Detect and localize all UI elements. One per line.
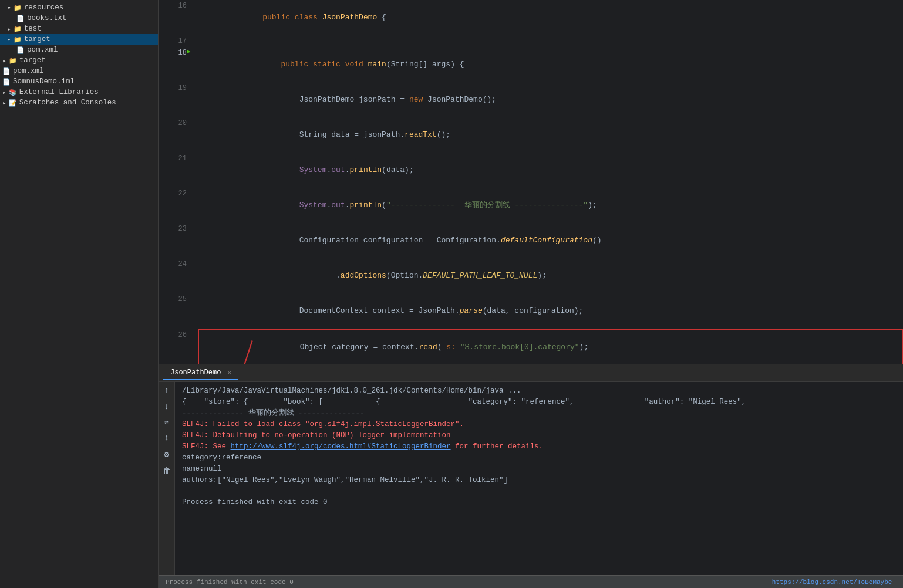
line-number: 17 [159, 35, 187, 47]
gutter [187, 223, 198, 258]
console-slf4j-2: SLF4J: Defaulting to no-operation (NOP) … [182, 430, 896, 441]
tree-item-target[interactable]: ▾ 📁 target [0, 34, 158, 45]
console-left-bar: ↑ ↓ ⇌ ↕ ⚙ 🗑 /Library/Java/JavaVirtualMac… [159, 382, 903, 575]
line-number: 23 [159, 223, 187, 258]
tree-item-somnus-iml[interactable]: 📄 SomnusDemo.iml [0, 76, 158, 87]
line-number: 21 [159, 153, 187, 188]
tree-label: Scratches and Consoles [19, 99, 116, 107]
gutter [187, 258, 198, 293]
console-slf4j-3: SLF4J: See http://www.slf4j.org/codes.ht… [182, 441, 896, 452]
line-number: 26 [159, 329, 187, 364]
chevron-right-icon: ▸ [2, 89, 6, 96]
console-category-result: category:reference [182, 452, 896, 464]
console-tab-label: JsonPathDemo [170, 369, 221, 377]
library-icon: 📚 [9, 89, 17, 96]
code-line[interactable]: .addOptions(Option.DEFAULT_PATH_LEAF_TO_… [198, 258, 902, 293]
code-row-16: 16 public class JsonPathDemo { [159, 0, 902, 35]
status-left: Process finished with exit code 0 [166, 579, 294, 586]
file-xml-icon: 📄 [2, 67, 11, 75]
code-editor-wrapper: 16 public class JsonPathDemo { 17 [159, 0, 903, 364]
line-number: 16 [159, 0, 187, 35]
folder-icon: 📁 [14, 36, 22, 43]
tree-item-target2[interactable]: ▸ 📁 target [0, 55, 158, 66]
code-row-19: 19 JsonPathDemo jsonPath = new JsonPathD… [159, 82, 902, 117]
tree-item-pom-xml-1[interactable]: 📄 pom.xml [0, 45, 158, 55]
clear-icon[interactable]: 🗑 [161, 465, 172, 477]
code-row-18: 18 ▶ public static void main(String[] ar… [159, 47, 902, 82]
code-row-17: 17 [159, 35, 902, 47]
scratch-icon: 📝 [9, 99, 17, 107]
console-slf4j-1: SLF4J: Failed to load class "org.slf4j.i… [182, 419, 896, 430]
console-output[interactable]: /Library/Java/JavaVirtualMachines/jdk1.8… [175, 382, 903, 575]
console-tab-jsonpathdemo[interactable]: JsonPathDemo ✕ [163, 366, 238, 380]
tree-item-test[interactable]: ▸ 📁 test [0, 23, 158, 34]
tree-label: pom.xml [13, 67, 44, 75]
gutter [187, 329, 198, 364]
console-authors-result: authors:["Nigel Rees","Evelyn Waugh","He… [182, 475, 896, 486]
console-exit-line: Process finished with exit code 0 [182, 497, 896, 508]
gutter [187, 117, 198, 153]
code-line[interactable]: System.out.println("-------------- 华丽的分割… [198, 188, 902, 223]
chevron-right-icon: ▸ [2, 99, 6, 107]
code-line[interactable]: DocumentContext context = JsonPath.parse… [198, 293, 902, 329]
scroll-up-icon[interactable]: ↑ [163, 384, 170, 396]
exit-code-text: Process finished with exit code 0 [166, 579, 294, 586]
tree-label: resources [24, 4, 64, 12]
tree-item-books[interactable]: 📄 books.txt [0, 13, 158, 23]
code-editor[interactable]: 16 public class JsonPathDemo { 17 [159, 0, 903, 364]
console-json-line: { "store": { "book": [ { "category": "re… [182, 397, 896, 408]
gutter [187, 35, 198, 47]
settings-icon[interactable]: ⚙ [163, 448, 170, 461]
line-number: 18 [159, 47, 187, 82]
console-toolbar: ↑ ↓ ⇌ ↕ ⚙ 🗑 [159, 382, 175, 575]
status-bar: Process finished with exit code 0 https:… [159, 575, 903, 588]
folder-icon: 📁 [14, 4, 22, 12]
folder-icon: 📁 [14, 25, 22, 33]
slf4j-link[interactable]: http://www.slf4j.org/codes.html#StaticLo… [231, 442, 451, 451]
code-line[interactable]: Object category = context.read( s: "$.st… [198, 329, 902, 364]
code-row-21: 21 System.out.println(data); [159, 153, 902, 188]
wrap-icon[interactable]: ⇌ [163, 417, 170, 427]
code-line[interactable]: public static void main(String[] args) { [198, 47, 902, 82]
code-line[interactable]: JsonPathDemo jsonPath = new JsonPathDemo… [198, 82, 902, 117]
line-number: 22 [159, 188, 187, 223]
code-lines-table: 16 public class JsonPathDemo { 17 [159, 0, 903, 364]
code-row-20: 20 String data = jsonPath.readTxt(); [159, 117, 902, 153]
chevron-down-icon: ▾ [7, 36, 11, 43]
tree-item-scratches[interactable]: ▸ 📝 Scratches and Consoles [0, 97, 158, 108]
console-blank [182, 486, 896, 497]
code-row-26: 26 Object category = context.read( s: "$… [159, 329, 902, 364]
line-number: 20 [159, 117, 187, 153]
code-row-22: 22 System.out.println("-------------- 华丽… [159, 188, 902, 223]
console-tabs: JsonPathDemo ✕ [159, 364, 903, 382]
filter-icon[interactable]: ↕ [163, 432, 170, 444]
code-row-25: 25 DocumentContext context = JsonPath.pa… [159, 293, 902, 329]
tree-item-external-libraries[interactable]: ▸ 📚 External Libraries [0, 87, 158, 97]
code-row-24: 24 .addOptions(Option.DEFAULT_PATH_LEAF_… [159, 258, 902, 293]
tree-label: target [19, 56, 46, 65]
tree-label: pom.xml [27, 46, 58, 54]
console-area: JsonPathDemo ✕ ↑ ↓ ⇌ ↕ ⚙ 🗑 /Library/Java… [159, 364, 903, 575]
scroll-down-icon[interactable]: ↓ [163, 401, 170, 413]
line-number: 24 [159, 258, 187, 293]
file-txt-icon: 📄 [16, 15, 25, 22]
file-tree: ▾ 📁 resources 📄 books.txt ▸ 📁 test ▾ 📁 t… [0, 0, 159, 588]
tree-label: SomnusDemo.iml [13, 77, 75, 86]
chevron-right-icon: ▸ [2, 57, 6, 65]
console-name-result: name:null [182, 464, 896, 475]
code-line[interactable]: System.out.println(data); [198, 153, 902, 188]
tab-close-button[interactable]: ✕ [228, 370, 231, 376]
code-line[interactable]: public class JsonPathDemo { [198, 0, 902, 35]
file-xml-icon: 📄 [16, 46, 25, 54]
gutter [187, 82, 198, 117]
tree-item-pom-xml-2[interactable]: 📄 pom.xml [0, 66, 158, 76]
main-content: 16 public class JsonPathDemo { 17 [159, 0, 903, 588]
run-icon[interactable]: ▶ [187, 48, 191, 55]
code-line[interactable] [198, 35, 902, 47]
line-number: 19 [159, 82, 187, 117]
blog-url[interactable]: https://blog.csdn.net/ToBeMaybe_ [772, 579, 896, 586]
console-divider-line: -------------- 华丽的分割线 --------------- [182, 408, 896, 419]
code-line[interactable]: String data = jsonPath.readTxt(); [198, 117, 902, 153]
code-line[interactable]: Configuration configuration = Configurat… [198, 223, 902, 258]
tree-item-resources[interactable]: ▾ 📁 resources [0, 2, 158, 13]
